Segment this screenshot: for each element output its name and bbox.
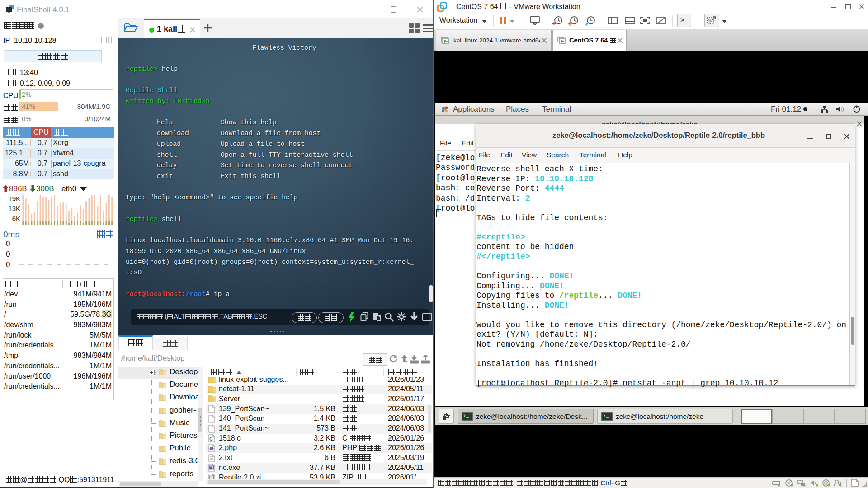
svg-text:C: C xyxy=(209,436,213,441)
svg-text:%: % xyxy=(708,19,712,23)
